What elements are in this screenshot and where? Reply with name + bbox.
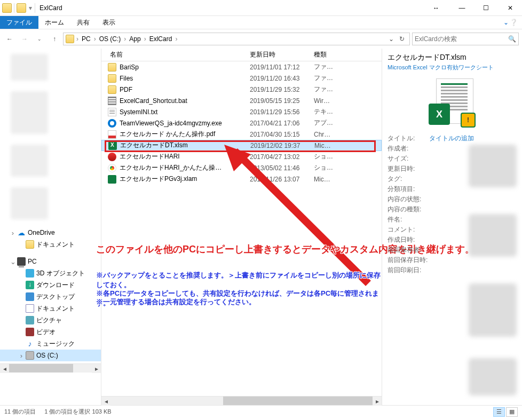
sidebar-hscrollbar[interactable]: ◂▸ xyxy=(0,363,101,373)
history-dropdown-button[interactable]: ⌄ xyxy=(33,33,46,45)
tab-view[interactable]: 表示 xyxy=(96,16,122,29)
chevron-right-icon[interactable]: › xyxy=(143,35,147,43)
column-type[interactable]: 種類 xyxy=(314,50,382,59)
forward-button[interactable]: → xyxy=(18,33,31,45)
file-row[interactable]: エクセルカードHARI_かんたん操… 2013/05/02 11:46 ショ… xyxy=(101,162,382,173)
file-name: エクセルカード かんたん操作.pdf xyxy=(120,130,250,139)
tree-node-osdrive[interactable]: ›OS (C:) xyxy=(0,350,101,361)
quick-access-toolbar: ▾ xyxy=(0,3,37,13)
blurred-region xyxy=(469,145,517,187)
navigation-bar: ← → ⌄ ↑ › PC › OS (C:) › App › ExlCard ›… xyxy=(0,29,522,49)
file-row[interactable]: Files 2019/11/20 16:43 ファ… xyxy=(101,73,382,84)
tree-node-documents[interactable]: ドキュメント xyxy=(0,239,101,250)
tree-label: OS (C:) xyxy=(36,352,58,359)
file-type: Wir… xyxy=(314,97,382,105)
file-date: 2019/11/20 16:43 xyxy=(250,75,314,82)
app-icon[interactable] xyxy=(2,3,12,13)
file-name: エクセルカードHARI_かんたん操… xyxy=(120,163,250,172)
prop-label: 内容の状態: xyxy=(387,195,429,204)
refresh-button[interactable]: ↻ xyxy=(397,34,407,44)
folder-icon[interactable] xyxy=(17,3,26,13)
tree-node-music[interactable]: ミュージック xyxy=(0,338,101,350)
file-row[interactable]: TeamViewerQS_ja-idc4mgvzmy.exe 2017/04/2… xyxy=(101,117,382,129)
back-button[interactable]: ← xyxy=(3,33,16,45)
chevron-right-icon[interactable]: › xyxy=(75,35,80,43)
file-name: SystemINI.txt xyxy=(120,108,250,116)
search-box[interactable]: 🔍 xyxy=(412,33,519,45)
ribbon-expand-button[interactable]: ⌄ ❔ xyxy=(499,16,522,29)
close-button[interactable]: ✕ xyxy=(498,0,522,16)
file-row[interactable]: エクセルカードDT.xlsm 2019/12/02 19:37 Mic… xyxy=(101,140,382,151)
view-details-button[interactable]: ☰ xyxy=(493,407,505,417)
view-icons-button[interactable]: ▦ xyxy=(506,407,518,417)
chevron-right-icon[interactable]: › xyxy=(123,35,127,43)
desktop-icon xyxy=(26,292,34,301)
ribbon-tabs: ファイル ホーム 共有 表示 ⌄ ❔ xyxy=(0,16,522,29)
tree-node-desktop[interactable]: デスクトップ xyxy=(0,291,101,303)
details-title: エクセルカードDT.xlsm xyxy=(387,53,517,62)
file-row[interactable]: BariSp 2019/11/01 17:12 ファ… xyxy=(101,61,382,73)
tree-node-pictures[interactable]: ピクチャ xyxy=(0,314,101,326)
search-icon[interactable]: 🔍 xyxy=(508,35,516,43)
address-bar[interactable]: › PC › OS (C:) › App › ExlCard › ⌄ ↻ xyxy=(63,33,410,45)
filelist-hscrollbar[interactable]: ◂▸ xyxy=(101,396,382,405)
breadcrumb-drive[interactable]: OS (C:) xyxy=(97,35,123,43)
chevron-right-icon[interactable]: › xyxy=(93,35,97,43)
tab-file[interactable]: ファイル xyxy=(0,16,38,29)
file-row[interactable]: エクセルカードHARI 2017/04/27 13:02 ショ… xyxy=(101,151,382,162)
prop-label: 更新日時: xyxy=(387,164,429,173)
minimize-button[interactable]: — xyxy=(450,0,474,16)
tree-node-downloads[interactable]: ダウンロード xyxy=(0,279,101,291)
breadcrumb-pc[interactable]: PC xyxy=(80,35,93,43)
tab-home[interactable]: ホーム xyxy=(38,16,70,29)
cloud-icon xyxy=(17,228,26,237)
maximize-button[interactable]: ☐ xyxy=(474,0,498,16)
annotation-text-note: ※一元管理する場合は共有設定を行ってください。 xyxy=(96,297,256,307)
add-title-link[interactable]: タイトルの追加 xyxy=(429,134,474,143)
excel-badge: X xyxy=(429,104,450,125)
file-row[interactable]: エクセルカードPGv3j.xlam 2019/11/26 13:07 Mic… xyxy=(101,173,382,185)
file-list[interactable]: BariSp 2019/11/01 17:12 ファ… Files 2019/1… xyxy=(101,61,382,405)
file-type: ファ… xyxy=(314,62,382,72)
chevron-right-icon[interactable]: › xyxy=(174,35,178,43)
file-type: ファ… xyxy=(314,85,382,94)
blurred-region xyxy=(11,187,48,219)
file-name: ExcelCard_Shortcut.bat xyxy=(120,97,250,105)
file-icon xyxy=(108,63,116,72)
file-row[interactable]: SystemINI.txt 2019/11/29 15:56 テキ… xyxy=(101,106,382,117)
details-pane: エクセルカードDT.xlsm Microsoft Excel マクロ有効ワークシ… xyxy=(382,49,522,405)
tree-label: OneDrive xyxy=(28,229,55,236)
file-row[interactable]: ExcelCard_Shortcut.bat 2019/05/15 19:25 … xyxy=(101,95,382,106)
chevron-down-icon[interactable]: ▾ xyxy=(29,4,32,12)
column-name[interactable]: 名前 xyxy=(108,50,250,59)
breadcrumb-folder[interactable]: ExlCard xyxy=(147,35,175,43)
file-name: エクセルカードDT.xlsm xyxy=(120,141,250,150)
prop-label: 作成日時: xyxy=(387,235,429,244)
file-icon xyxy=(108,164,116,172)
file-date: 2019/11/26 13:07 xyxy=(250,176,314,183)
tab-share[interactable]: 共有 xyxy=(70,16,96,29)
file-row[interactable]: PDF 2019/11/29 15:32 ファ… xyxy=(101,84,382,95)
folder-icon xyxy=(26,240,34,249)
column-date[interactable]: 更新日時 xyxy=(250,50,314,59)
up-button[interactable]: ↑ xyxy=(48,33,61,45)
search-input[interactable] xyxy=(415,35,500,43)
file-row[interactable]: エクセルカード かんたん操作.pdf 2017/04/30 15:15 Chr… xyxy=(101,129,382,140)
file-icon xyxy=(108,85,116,94)
tree-label: ダウンロード xyxy=(36,281,75,290)
address-dropdown-button[interactable]: ⌄ xyxy=(386,34,397,44)
document-icon xyxy=(26,304,34,313)
tree-label: ドキュメント xyxy=(36,304,75,313)
tree-label: 3D オブジェクト xyxy=(36,269,85,278)
breadcrumb-app[interactable]: App xyxy=(127,35,143,43)
blurred-region xyxy=(11,91,48,134)
tree-node-videos[interactable]: ビデオ xyxy=(0,326,101,338)
folder-icon xyxy=(66,35,74,43)
prop-label: タグ: xyxy=(387,175,429,184)
tree-node-3dobjects[interactable]: 3D オブジェクト xyxy=(0,267,101,279)
file-date: 2017/04/30 15:15 xyxy=(250,131,314,138)
tree-node-documents[interactable]: ドキュメント xyxy=(0,303,101,314)
tree-node-onedrive[interactable]: ›OneDrive xyxy=(0,227,101,239)
tree-node-pc[interactable]: ⌄PC xyxy=(0,256,101,267)
music-icon xyxy=(26,339,34,348)
